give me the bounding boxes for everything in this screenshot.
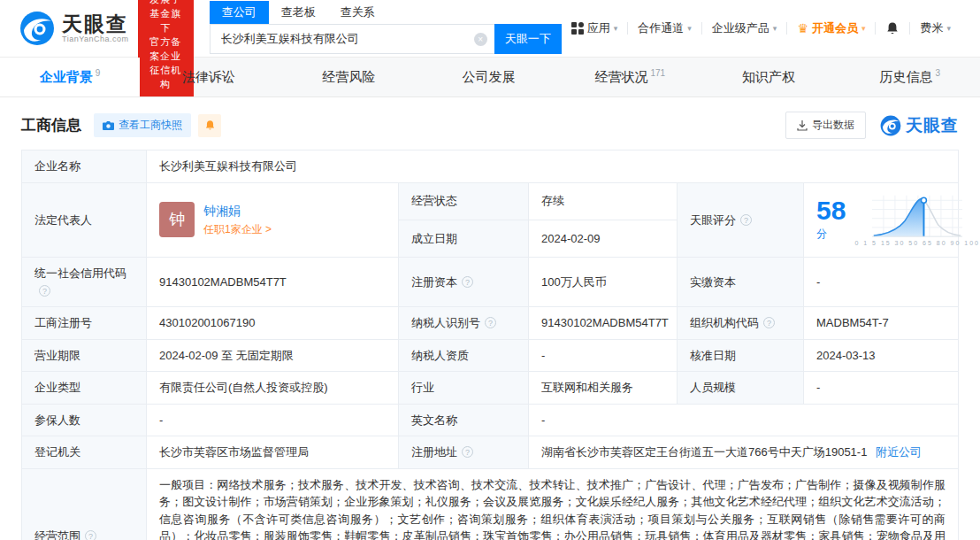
table-row-insured: 参保人数 - 英文名称 - <box>22 404 959 436</box>
insured-count-label: 参保人数 <box>22 404 147 436</box>
legal-rep-label: 法定代表人 <box>22 182 147 258</box>
table-row-biz-term: 营业期限 2024-02-09 至 无固定期限 纳税人资质 - 核准日期 202… <box>22 339 959 372</box>
credit-code-label-cell: 统一社会信用代码? <box>22 258 147 307</box>
tab-count: 9 <box>96 68 101 78</box>
reg-address-label: 注册地址 <box>411 445 457 459</box>
table-row-reg-authority: 登记机关 长沙市芙蓉区市场监督管理局 注册地址? 湖南省长沙市芙蓉区定王台街道五… <box>22 436 959 469</box>
reg-address-value: 湖南省长沙市芙蓉区定王台街道五一大道766号中天广场19051-1 <box>541 445 867 459</box>
logo-name: 天眼查 <box>62 13 129 35</box>
status-label: 经营状态 <box>399 182 529 220</box>
search-input[interactable] <box>211 25 494 53</box>
caret-down-icon: ▾ <box>861 24 866 33</box>
score-label-cell: 天眼评分? <box>678 182 804 258</box>
status-value: 存续 <box>529 182 678 220</box>
credit-code-label: 统一社会信用代码 <box>34 266 126 280</box>
search-tab-company[interactable]: 查公司 <box>210 1 269 24</box>
search-tab-relation[interactable]: 查关系 <box>328 1 387 24</box>
watermark-text: 天眼查 <box>906 114 959 137</box>
tab-count: 171 <box>650 68 665 78</box>
taxpayer-id-value: 91430102MADBM54T7T <box>529 307 678 340</box>
monitor-bell-button[interactable] <box>198 114 221 137</box>
nav-vip-membership[interactable]: ♛ 开通会员 ▾ <box>787 20 875 36</box>
table-row-credit-code: 统一社会信用代码? 91430102MADBM54T7T 注册资本? 100万人… <box>22 258 959 307</box>
english-name-value: - <box>529 404 959 436</box>
company-type-label: 企业类型 <box>22 372 147 405</box>
alert-bell-icon <box>204 120 216 131</box>
nav-enterprise-products[interactable]: 企业级产品 ▾ <box>702 20 787 36</box>
credit-code-value: 91430102MADBM54T7T <box>147 258 399 307</box>
export-data-button[interactable]: 导出数据 <box>785 112 866 139</box>
tab-label: 经营风险 <box>322 69 375 86</box>
tab-legal-proceedings[interactable]: 法律诉讼 <box>140 58 279 96</box>
caret-down-icon: ▾ <box>946 24 951 33</box>
question-icon[interactable]: ? <box>85 530 96 540</box>
search-tab-boss[interactable]: 查老板 <box>269 1 328 24</box>
question-icon[interactable]: ? <box>462 276 473 288</box>
reg-capital-label-cell: 注册资本? <box>399 258 529 307</box>
badge-line1: 国家中小企业发展子基金旗下 <box>146 0 186 35</box>
reg-address-label-cell: 注册地址? <box>399 436 529 469</box>
industry-label: 行业 <box>399 372 529 405</box>
reg-authority-label: 登记机关 <box>22 436 147 469</box>
org-code-value: MADBM54T-7 <box>804 307 959 340</box>
view-snapshot-label: 查看工商快照 <box>119 118 182 133</box>
legal-rep-name-link[interactable]: 钟湘娟 <box>203 204 241 218</box>
org-code-label: 组织机构代码 <box>690 316 759 329</box>
search-button[interactable]: 天眼一下 <box>494 24 562 54</box>
insured-count-value: - <box>147 404 399 436</box>
question-icon[interactable]: ? <box>740 214 752 226</box>
nav-user-account[interactable]: 费米 ▾ <box>910 20 961 36</box>
company-type-value: 有限责任公司(自然人投资或控股) <box>147 372 399 405</box>
nav-cooperation[interactable]: 合作通道 ▾ <box>628 20 701 36</box>
table-row-biz-scope: 经营范围? 一般项目：网络技术服务；技术服务、技术开发、技术咨询、技术交流、技术… <box>22 468 959 540</box>
main-content: 工商信息 查看工商快照 导出数据 天眼查 企业名称 长沙利美互娱科技有限公司 <box>0 112 980 540</box>
tianyancha-watermark: 天眼查 <box>880 114 959 137</box>
watermark-logo-icon <box>880 115 901 136</box>
tianyancha-logo[interactable]: 天眼查 TianYanCha.com <box>19 11 129 46</box>
industry-value: 互联网和相关服务 <box>529 372 678 405</box>
nav-apps[interactable]: 应用 ▾ <box>562 20 628 36</box>
question-icon[interactable]: ? <box>462 446 473 458</box>
tab-intellectual-property[interactable]: 知识产权 <box>700 58 839 96</box>
reg-capital-label: 注册资本 <box>411 275 457 289</box>
tab-operational-risk[interactable]: 经营风险 <box>280 58 420 96</box>
biz-scope-label-cell: 经营范围? <box>22 468 147 540</box>
legal-rep-companies-link[interactable]: 任职1家企业 > <box>203 223 272 235</box>
search-clear-icon[interactable]: × <box>474 33 487 46</box>
question-icon[interactable]: ? <box>485 317 496 328</box>
tab-operating-status[interactable]: 经营状况171 <box>560 58 700 96</box>
taxpayer-id-label: 纳税人识别号 <box>411 316 480 329</box>
apps-grid-icon <box>571 22 584 35</box>
search-input-wrap: × <box>210 24 494 54</box>
paid-capital-value: - <box>804 258 959 307</box>
question-icon[interactable]: ? <box>39 285 50 297</box>
view-snapshot-button[interactable]: 查看工商快照 <box>94 113 191 137</box>
approval-date-label: 核准日期 <box>678 339 804 372</box>
taxpayer-qual-value: - <box>529 339 678 372</box>
tab-company-development[interactable]: 公司发展 <box>420 58 560 96</box>
company-name-label: 企业名称 <box>22 150 147 183</box>
search-tabs: 查公司 查老板 查关系 <box>210 3 562 24</box>
score-value: 58 <box>816 196 846 225</box>
nearby-companies-link[interactable]: 附近公司 <box>876 445 922 459</box>
est-date-label: 成立日期 <box>399 220 529 257</box>
nav-notifications[interactable] <box>876 21 909 35</box>
staff-size-label: 人员规模 <box>678 372 804 405</box>
legal-rep-avatar[interactable]: 钟 <box>159 202 195 237</box>
tab-company-background[interactable]: 企业背景9 <box>0 58 140 96</box>
tab-history-info[interactable]: 历史信息3 <box>840 58 980 96</box>
score-unit: 分 <box>816 228 827 240</box>
section-header: 工商信息 查看工商快照 导出数据 天眼查 <box>21 112 959 139</box>
caret-down-icon: ▾ <box>773 24 777 33</box>
approval-date-value: 2024-03-13 <box>804 339 959 372</box>
score-cell: 58分 <box>804 182 959 258</box>
tianyancha-logo-icon <box>19 11 55 46</box>
top-navbar: 天眼查 TianYanCha.com 国家中小企业发展子基金旗下 官方备案企业征… <box>0 0 980 57</box>
score-distribution-chart: 0 1 5 15 30 50 65 80 90 100 <box>854 192 980 249</box>
org-code-label-cell: 组织机构代码? <box>678 307 804 340</box>
biz-term-label: 营业期限 <box>22 339 147 372</box>
reg-address-cell: 湖南省长沙市芙蓉区定王台街道五一大道766号中天广场19051-1 附近公司 <box>529 436 959 469</box>
biz-term-value: 2024-02-09 至 无固定期限 <box>147 339 399 372</box>
question-icon[interactable]: ? <box>763 317 775 328</box>
reg-number-value: 430102001067190 <box>147 307 399 340</box>
